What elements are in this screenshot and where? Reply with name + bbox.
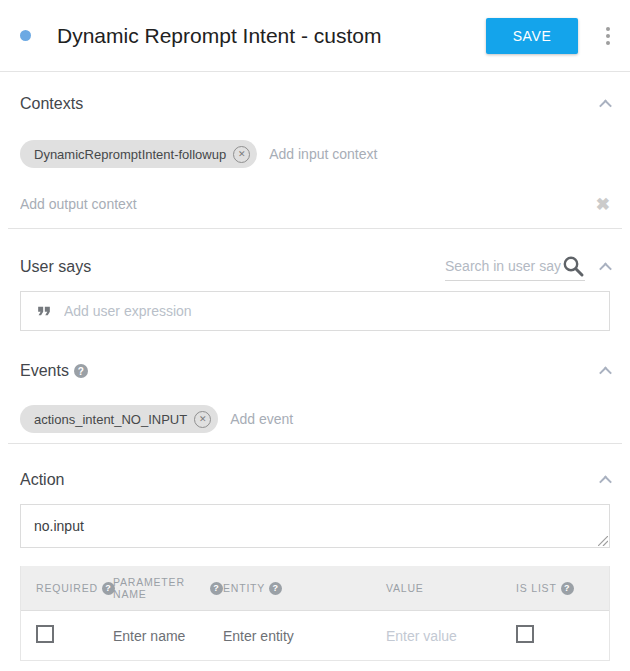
entity-field[interactable] <box>223 628 378 644</box>
search-icon[interactable] <box>561 254 585 278</box>
add-event-field[interactable] <box>230 405 610 433</box>
remove-event-icon[interactable]: ✕ <box>194 411 211 428</box>
input-contexts-row: DynamicRepromptIntent-followup ✕ <box>20 140 610 168</box>
add-user-expression-field[interactable] <box>64 303 609 319</box>
parameters-table: REQUIRED? PARAMETER NAME? ENTITY? VALUE … <box>20 566 610 661</box>
action-name-field[interactable] <box>34 518 609 534</box>
user-says-heading: User says <box>20 258 91 276</box>
action-heading: Action <box>20 471 64 489</box>
user-says-search <box>445 254 585 281</box>
chevron-up-icon[interactable] <box>599 475 612 488</box>
events-heading: Events <box>20 362 69 380</box>
help-icon[interactable]: ? <box>210 582 223 595</box>
action-section-header: Action <box>20 470 610 490</box>
chevron-up-icon[interactable] <box>599 366 612 379</box>
column-is-list: IS LIST? <box>516 582 609 595</box>
output-contexts-row: ✖ <box>20 192 610 216</box>
help-icon[interactable]: ? <box>74 364 88 378</box>
chevron-up-icon[interactable] <box>599 262 612 275</box>
add-input-context-field[interactable] <box>269 140 610 168</box>
column-entity: ENTITY? <box>223 582 386 595</box>
more-options-icon[interactable] <box>598 18 618 54</box>
column-parameter-name: PARAMETER NAME? <box>113 576 223 600</box>
help-icon[interactable]: ? <box>561 582 574 595</box>
section-divider <box>8 443 622 444</box>
remove-context-icon[interactable]: ✕ <box>233 146 250 163</box>
event-chip-label: actions_intent_NO_INPUT <box>34 412 187 427</box>
close-icon[interactable]: ✖ <box>596 196 610 213</box>
help-icon[interactable]: ? <box>269 582 282 595</box>
input-context-chip-label: DynamicRepromptIntent-followup <box>34 147 226 162</box>
user-expression-box <box>20 291 610 331</box>
value-field[interactable] <box>386 628 510 644</box>
add-output-context-field[interactable] <box>20 192 596 216</box>
column-required: REQUIRED? <box>36 582 113 595</box>
page-title: Dynamic Reprompt Intent - custom <box>57 24 486 48</box>
resize-grip-icon[interactable] <box>598 536 608 546</box>
search-input[interactable] <box>445 258 561 274</box>
intent-status-dot <box>20 30 31 41</box>
save-button[interactable]: SAVE <box>486 18 578 54</box>
column-value: VALUE <box>386 582 516 594</box>
parameter-name-field[interactable] <box>113 628 218 644</box>
user-says-section-header: User says <box>20 247 610 287</box>
input-context-chip: DynamicRepromptIntent-followup ✕ <box>20 140 257 168</box>
chevron-up-icon[interactable] <box>599 99 612 112</box>
action-input-box <box>20 504 610 548</box>
events-row: actions_intent_NO_INPUT ✕ <box>20 405 610 433</box>
quote-icon <box>34 301 54 321</box>
parameters-table-header: REQUIRED? PARAMETER NAME? ENTITY? VALUE … <box>21 566 609 611</box>
event-chip: actions_intent_NO_INPUT ✕ <box>20 405 218 433</box>
intent-header: Dynamic Reprompt Intent - custom SAVE <box>0 0 630 72</box>
contexts-section-header: Contexts <box>20 94 610 114</box>
contexts-heading: Contexts <box>20 95 83 113</box>
required-checkbox[interactable] <box>36 625 54 643</box>
parameter-row <box>21 611 609 660</box>
events-section-header: Events ? <box>20 361 610 381</box>
section-divider <box>8 228 622 229</box>
is-list-checkbox[interactable] <box>516 625 534 643</box>
